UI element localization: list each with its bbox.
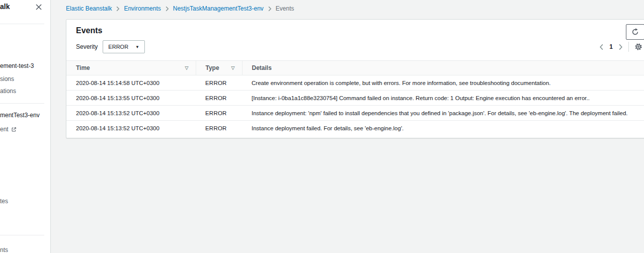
events-panel: Events Severity ERROR ▼ 1 bbox=[66, 19, 644, 138]
event-type: ERROR bbox=[196, 121, 242, 136]
next-page-icon[interactable] bbox=[618, 44, 623, 50]
sidebar-title: alk bbox=[0, 3, 10, 11]
event-time: 2020-08-14 15:13:52 UTC+0300 bbox=[66, 106, 196, 121]
filter-icon[interactable]: ▽ bbox=[185, 65, 189, 70]
event-details: Create environment operation is complete… bbox=[242, 75, 644, 91]
chevron-right-icon bbox=[268, 6, 272, 12]
breadcrumb-elastic-beanstalk[interactable]: Elastic Beanstalk bbox=[66, 5, 112, 12]
event-time: 2020-08-14 15:13:52 UTC+0300 bbox=[66, 121, 196, 136]
event-details: Instance deployment failed. For details,… bbox=[242, 121, 644, 136]
refresh-button[interactable] bbox=[626, 24, 644, 40]
close-icon[interactable] bbox=[34, 2, 44, 12]
chevron-right-icon bbox=[165, 6, 169, 12]
sidebar-item-saved-configurations[interactable]: ations bbox=[0, 88, 16, 95]
table-row: 2020-08-14 15:14:58 UTC+0300 ERROR Creat… bbox=[66, 75, 644, 91]
sidebar-item-go-to-environment[interactable]: ent bbox=[0, 126, 17, 133]
table-row: 2020-08-14 15:13:55 UTC+0300 ERROR [Inst… bbox=[66, 91, 644, 106]
severity-value: ERROR bbox=[108, 44, 128, 50]
severity-filter: Severity ERROR ▼ bbox=[76, 40, 145, 53]
settings-gear-icon[interactable] bbox=[634, 43, 642, 51]
sidebar-item-application-versions[interactable]: sions bbox=[0, 75, 14, 82]
page-title: Events bbox=[76, 26, 102, 35]
table-row: 2020-08-14 15:13:52 UTC+0300 ERROR Insta… bbox=[66, 106, 644, 121]
sidebar: alk ement-test-3 sions ations mentTest3-… bbox=[0, 0, 51, 253]
sidebar-item-events[interactable]: nts bbox=[0, 246, 8, 253]
event-details: Instance deployment: 'npm' failed to ins… bbox=[242, 106, 644, 121]
table-header-row: Time ▽ Type ▽ Details bbox=[66, 61, 644, 75]
sidebar-item-application[interactable]: ement-test-3 bbox=[0, 62, 34, 69]
main-content: Elastic Beanstalk Environments NestjsTas… bbox=[51, 0, 644, 253]
pagination: 1 bbox=[599, 41, 642, 52]
divider bbox=[628, 42, 629, 52]
severity-dropdown[interactable]: ERROR ▼ bbox=[103, 40, 145, 53]
breadcrumb-environment-name[interactable]: NestjsTaskManagementTest3-env bbox=[173, 5, 264, 12]
filter-icon[interactable]: ▽ bbox=[231, 65, 235, 70]
events-table: Time ▽ Type ▽ Details bbox=[66, 60, 644, 136]
event-type: ERROR bbox=[196, 106, 242, 121]
column-header-details: Details bbox=[242, 61, 644, 75]
sidebar-item-environment[interactable]: mentTest3-env bbox=[0, 112, 40, 119]
sidebar-item-managed-updates[interactable]: tes bbox=[0, 198, 8, 205]
previous-page-icon[interactable] bbox=[599, 44, 604, 50]
event-type: ERROR bbox=[196, 91, 242, 106]
event-time: 2020-08-14 15:14:58 UTC+0300 bbox=[66, 75, 196, 91]
refresh-icon bbox=[631, 28, 639, 36]
current-page[interactable]: 1 bbox=[609, 43, 613, 50]
event-time: 2020-08-14 15:13:55 UTC+0300 bbox=[66, 91, 196, 106]
event-type: ERROR bbox=[196, 75, 242, 91]
column-header-type: Type ▽ bbox=[196, 61, 242, 75]
breadcrumb: Elastic Beanstalk Environments NestjsTas… bbox=[66, 5, 294, 12]
event-details: [Instance: i-0ba1a1c88e3230754] Command … bbox=[242, 91, 644, 106]
sidebar-divider bbox=[0, 235, 44, 235]
column-header-time: Time ▽ bbox=[66, 61, 196, 75]
breadcrumb-events: Events bbox=[276, 5, 294, 12]
table-row: 2020-08-14 15:13:52 UTC+0300 ERROR Insta… bbox=[66, 121, 644, 136]
breadcrumb-environments[interactable]: Environments bbox=[124, 5, 160, 12]
sidebar-divider bbox=[0, 24, 44, 24]
external-link-icon bbox=[11, 127, 17, 132]
chevron-down-icon: ▼ bbox=[135, 45, 139, 49]
chevron-right-icon bbox=[116, 6, 120, 12]
severity-label: Severity bbox=[76, 43, 98, 50]
sidebar-divider bbox=[0, 103, 44, 104]
